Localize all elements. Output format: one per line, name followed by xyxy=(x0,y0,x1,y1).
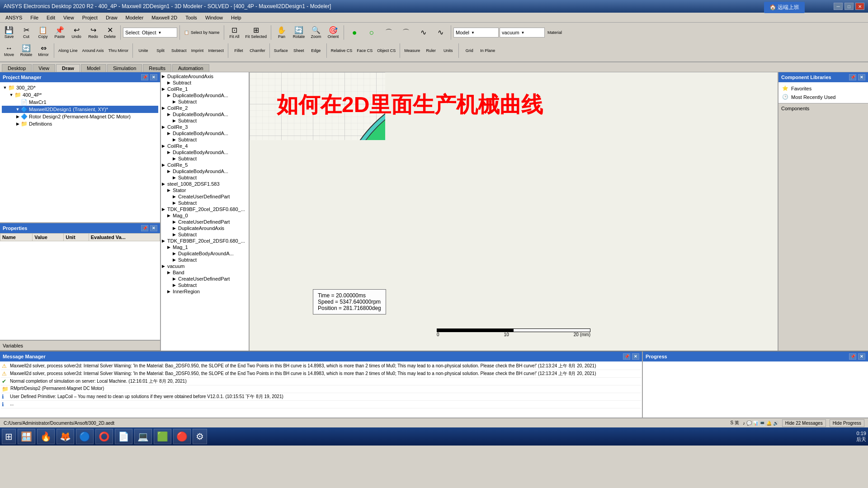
center-tree-item[interactable]: ▶Subtract xyxy=(162,174,248,181)
center-tree-item[interactable]: ▶DuplicateBodyAroundA... xyxy=(162,250,248,257)
intersect-button[interactable]: Intersect xyxy=(207,42,226,59)
redo-button[interactable]: ↪ Redo xyxy=(85,24,101,41)
fit-all-button[interactable]: ⊡ Fit All xyxy=(226,24,243,41)
undo-button[interactable]: ↩ Undo xyxy=(68,24,85,41)
chamfer-button[interactable]: Chamfer xyxy=(248,42,267,59)
recently-used-item[interactable]: 🕒 Most Recently Used xyxy=(780,93,866,101)
center-tree-item[interactable]: ▶Subtract xyxy=(162,155,248,162)
hide-progress-btn[interactable]: Hide Progress xyxy=(830,419,864,427)
save-button[interactable]: 💾 Save xyxy=(1,24,17,41)
taskbar-app-1[interactable]: 🪟 xyxy=(18,429,35,444)
mirror-button[interactable]: ⇔ Mirror xyxy=(35,42,52,59)
measure-button[interactable]: Measure xyxy=(402,42,422,59)
edge-button[interactable]: Edge xyxy=(308,42,324,59)
menu-help[interactable]: Help xyxy=(227,14,245,21)
draw-circle2-button[interactable]: ○ xyxy=(363,24,380,41)
rotate3d-button[interactable]: 🔄 Rotate xyxy=(18,42,34,59)
minimize-button[interactable]: ─ xyxy=(834,3,843,10)
expand-icon[interactable]: ▼ xyxy=(8,93,14,97)
paste-button[interactable]: 📌 Paste xyxy=(52,24,68,41)
center-tree-item[interactable]: ▶TDK_FB9BF_20cel_2DSF0.680_... xyxy=(162,206,248,212)
maximize-button[interactable]: □ xyxy=(844,3,854,10)
move-button[interactable]: ↔ Move xyxy=(1,42,17,59)
unite-button[interactable]: Unite xyxy=(135,42,151,59)
material-button[interactable]: Material xyxy=(546,24,564,41)
center-tree-item[interactable]: ▶Subtract xyxy=(162,231,248,238)
center-tree-item[interactable]: ▶CoilRe_1 xyxy=(162,86,248,92)
rotate-button[interactable]: 🔄 Rotate xyxy=(291,24,307,41)
prog-close-btn[interactable]: ✕ xyxy=(858,353,865,360)
center-tree-item[interactable]: ▶Band xyxy=(162,269,248,276)
expand-icon[interactable]: ▼ xyxy=(14,107,21,112)
surface-button[interactable]: Surface xyxy=(272,42,290,59)
center-tree-item[interactable]: ▶CreateUserDefinedPart xyxy=(162,219,248,225)
center-tree-item[interactable]: ▶DuplicateBodyAroundA... xyxy=(162,149,248,155)
model-dropdown[interactable]: Model xyxy=(453,28,499,38)
center-tree-item[interactable]: ▶DuplicateBodyAroundA... xyxy=(162,92,248,99)
menu-view[interactable]: View xyxy=(60,14,78,21)
along-line-button[interactable]: Along Line xyxy=(57,42,80,59)
expand-icon[interactable]: ▶ xyxy=(14,114,21,119)
hide-messages-btn[interactable]: Hide 22 Messages xyxy=(782,419,826,427)
panel-close-button[interactable]: ✕ xyxy=(150,74,157,80)
tree-item-400-4p[interactable]: ▼ 📁 400_4P* xyxy=(2,91,158,99)
center-tree-item[interactable]: ▶Subtract xyxy=(162,80,248,86)
center-tree-item[interactable]: ▶DuplicateBodyAroundA... xyxy=(162,130,248,136)
msg-pin-btn[interactable]: 📌 xyxy=(623,353,630,360)
object-cs-button[interactable]: Object CS xyxy=(375,42,397,59)
subtract-button[interactable]: Subtract xyxy=(170,42,189,59)
taskbar-app-5[interactable]: ⭕ xyxy=(95,429,113,444)
menu-maxwell2d[interactable]: Maxwell 2D xyxy=(148,14,181,21)
tree-item-rotor[interactable]: ▶ 🔷 Rotor Design2 (Permanent-Magnet DC M… xyxy=(2,113,158,120)
around-axis-button[interactable]: Around Axis xyxy=(80,42,106,59)
favorites-item[interactable]: ⭐ Favorites xyxy=(780,84,866,93)
orient-button[interactable]: 🎯 Orient xyxy=(325,24,341,41)
prog-pin-btn[interactable]: 📌 xyxy=(849,353,856,360)
tab-model[interactable]: Model xyxy=(81,64,106,72)
menu-modeler[interactable]: Modeler xyxy=(122,14,147,21)
taskbar-app-4[interactable]: 🔵 xyxy=(76,429,94,444)
tree-item-300-2d[interactable]: ▼ 📁 300_2D* xyxy=(2,84,158,91)
imprint-button[interactable]: Imprint xyxy=(189,42,206,59)
center-tree-item[interactable]: ▶CoilRe_3 xyxy=(162,124,248,130)
menu-window[interactable]: Window xyxy=(202,14,226,21)
center-tree-item[interactable]: ▶Mag_1 xyxy=(162,244,248,250)
tab-view[interactable]: View xyxy=(33,64,55,72)
draw-circle-button[interactable]: ● xyxy=(346,24,363,41)
start-button[interactable]: ⊞ xyxy=(2,429,16,444)
center-tree-item[interactable]: ▶CreateUserDefinedPart xyxy=(162,193,248,200)
center-tree-item[interactable]: ▶CoilRe_5 xyxy=(162,162,248,168)
center-tree-item[interactable]: ▶DuplicateBodyAroundA... xyxy=(162,111,248,117)
menu-tools[interactable]: Tools xyxy=(182,14,201,21)
tab-desktop[interactable]: Desktop xyxy=(2,64,32,72)
expand-icon[interactable]: ▶ xyxy=(14,122,21,126)
cut-button[interactable]: ✂ Cut xyxy=(18,24,34,41)
center-tree-item[interactable]: ▶DuplicateBodyAroundA... xyxy=(162,168,248,174)
pan-button[interactable]: ✋ Pan xyxy=(274,24,290,41)
taskbar-app-7[interactable]: 💻 xyxy=(134,429,152,444)
split-button[interactable]: Split xyxy=(152,42,169,59)
draw-arc2-button[interactable]: ⌒ xyxy=(398,24,414,41)
center-tree-item[interactable]: ▶DuplicateAroundAxis xyxy=(162,225,248,231)
taskbar-app-9[interactable]: 🔴 xyxy=(173,429,191,444)
center-tree-item[interactable]: ▶Subtract xyxy=(162,99,248,105)
props-close-btn[interactable]: ✕ xyxy=(150,225,157,231)
center-tree-item[interactable]: ▶Subtract xyxy=(162,136,248,143)
center-tree-item[interactable]: ▶vacuum xyxy=(162,263,248,269)
sheet-button[interactable]: Sheet xyxy=(291,42,307,59)
center-tree-item[interactable]: ▶DuplicateAroundAxis xyxy=(162,73,248,80)
units-button[interactable]: Units xyxy=(440,42,456,59)
vacuum-dropdown[interactable]: vacuum xyxy=(500,28,545,38)
center-tree-item[interactable]: ▶TDK_FB9BF_20cel_2DSF0.680_... xyxy=(162,238,248,244)
select-by-name-button[interactable]: 📋 Select by Name xyxy=(182,24,222,41)
comp-pin-btn[interactable]: 📌 xyxy=(849,74,856,80)
menu-edit[interactable]: Edit xyxy=(43,14,59,21)
tree-item-defs[interactable]: ▶ 📁 Definitions xyxy=(2,120,158,127)
taskbar-app-8[interactable]: 🟩 xyxy=(154,429,171,444)
copy-button[interactable]: 📋 Copy xyxy=(35,24,51,41)
center-tree-item[interactable]: ▶CreateUserDefinedPart xyxy=(162,276,248,282)
panel-pin-button[interactable]: 📌 xyxy=(141,74,148,80)
center-tree-item[interactable]: ▶Subtract xyxy=(162,200,248,206)
props-pin-btn[interactable]: 📌 xyxy=(141,225,148,231)
center-tree-item[interactable]: ▶Stator xyxy=(162,187,248,193)
